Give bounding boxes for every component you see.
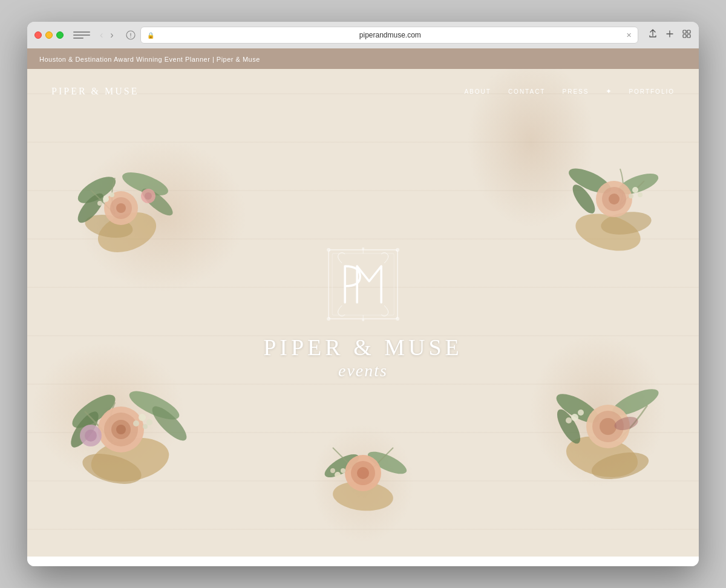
nav-buttons: ‹ › <box>97 28 116 42</box>
svg-point-30 <box>638 192 643 197</box>
nav-portfolio[interactable]: PORTFOLIO <box>629 88 675 95</box>
svg-rect-3 <box>683 30 686 33</box>
menu-star-icon: ✦ <box>606 87 612 96</box>
svg-rect-4 <box>687 30 690 33</box>
svg-point-76 <box>362 319 364 321</box>
svg-point-18 <box>103 196 109 202</box>
svg-point-74 <box>396 317 399 321</box>
svg-point-68 <box>330 468 335 473</box>
lock-icon: 🔒 <box>147 32 154 39</box>
floral-top-left <box>60 154 194 275</box>
floral-bottom-center <box>309 430 417 526</box>
address-bar[interactable]: 🔒 piperandmuse.com ✕ <box>140 27 638 44</box>
svg-point-47 <box>143 424 148 429</box>
back-button[interactable]: ‹ <box>97 28 105 42</box>
browser-window: ‹ › 🔒 piperandmuse.com ✕ <box>27 22 699 566</box>
svg-point-58 <box>566 417 572 423</box>
svg-point-65 <box>357 467 369 479</box>
svg-point-73 <box>327 317 330 321</box>
svg-point-66 <box>335 472 341 478</box>
svg-point-29 <box>632 187 638 193</box>
svg-point-44 <box>139 414 146 421</box>
svg-point-56 <box>571 414 578 421</box>
site-top-bar: Houston & Destination Award Winning Even… <box>27 48 699 69</box>
svg-rect-6 <box>687 34 690 38</box>
svg-rect-5 <box>683 34 686 38</box>
floral-bottom-right <box>529 363 675 508</box>
svg-point-41 <box>116 425 126 434</box>
svg-point-43 <box>85 430 97 442</box>
brand-name: PIPER & MUSE <box>263 336 463 359</box>
tabs-overview-button[interactable] <box>682 29 692 41</box>
svg-point-15 <box>116 203 126 213</box>
svg-point-20 <box>97 201 102 206</box>
svg-point-57 <box>578 410 584 416</box>
title-bar: ‹ › 🔒 piperandmuse.com ✕ <box>27 22 699 48</box>
sidebar-toggle[interactable] <box>73 29 90 41</box>
clear-url-button[interactable]: ✕ <box>626 31 632 39</box>
site-menu: ABOUT CONTACT PRESS ✦ PORTFOLIO <box>464 87 675 96</box>
forward-button[interactable]: › <box>108 28 116 42</box>
toolbar-right <box>648 29 692 41</box>
nav-about[interactable]: ABOUT <box>464 88 491 95</box>
svg-point-17 <box>145 192 152 200</box>
url-text: piperandmuse.com <box>158 31 623 39</box>
browser-chrome: ‹ › 🔒 piperandmuse.com ✕ <box>27 22 699 48</box>
site-logo[interactable]: PIPER & MUSE <box>51 86 139 97</box>
website: Houston & Destination Award Winning Even… <box>27 48 699 566</box>
site-navigation: PIPER & MUSE ABOUT CONTACT PRESS ✦ PORTF… <box>27 69 699 114</box>
hero-section: PIPER & MUSE ABOUT CONTACT PRESS ✦ PORTF… <box>27 69 699 557</box>
nav-contact[interactable]: CONTACT <box>508 88 546 95</box>
svg-point-71 <box>327 248 330 252</box>
monogram <box>324 245 402 324</box>
svg-point-55 <box>600 418 616 435</box>
svg-point-72 <box>396 248 399 252</box>
floral-bottom-left <box>51 363 209 508</box>
traffic-lights <box>34 31 64 39</box>
svg-point-75 <box>362 247 364 250</box>
svg-point-19 <box>110 192 114 197</box>
fullscreen-button[interactable] <box>56 31 64 39</box>
site-bottom-bar <box>27 557 699 566</box>
svg-point-45 <box>146 419 152 425</box>
svg-point-28 <box>609 194 620 204</box>
close-button[interactable] <box>34 31 42 39</box>
share-button[interactable] <box>648 29 658 41</box>
svg-point-67 <box>341 468 345 473</box>
privacy-icon <box>126 30 136 40</box>
new-tab-button[interactable] <box>665 29 675 41</box>
center-brand: PIPER & MUSE events <box>263 245 463 381</box>
nav-press[interactable]: PRESS <box>562 88 589 95</box>
floral-top-right <box>541 148 675 269</box>
brand-tagline: events <box>263 361 463 381</box>
svg-point-46 <box>133 420 139 426</box>
svg-rect-69 <box>329 250 397 319</box>
announcement-text: Houston & Destination Award Winning Even… <box>39 56 260 63</box>
svg-point-31 <box>629 194 633 198</box>
minimize-button[interactable] <box>45 31 53 39</box>
